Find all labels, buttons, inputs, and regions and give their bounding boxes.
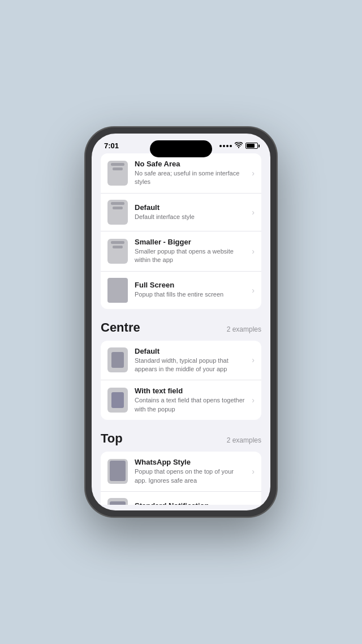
signal-icon (219, 145, 232, 147)
item-text-group: With text field Contains a text field th… (135, 387, 247, 414)
svg-point-0 (238, 147, 239, 148)
item-thumbnail (107, 388, 128, 413)
item-title: No Safe Area (135, 160, 247, 168)
battery-icon (245, 143, 258, 149)
status-time: 7:01 (104, 141, 119, 150)
wifi-icon (235, 142, 243, 149)
chevron-right-icon: › (252, 208, 255, 217)
centre-section-title: Centre (101, 320, 140, 335)
item-desc: Default interface style (135, 213, 247, 221)
item-title: WhatsApp Style (135, 458, 247, 466)
item-desc: No safe area; useful in some interface s… (135, 169, 247, 187)
item-thumbnail (107, 278, 128, 303)
item-desc: Popup that opens on the top of your app.… (135, 467, 247, 485)
item-title: Standard Notification (135, 501, 247, 505)
item-thumbnail (107, 200, 128, 225)
item-text-group: Default Standard width, typical popup th… (135, 347, 247, 374)
chevron-right-icon: › (252, 467, 255, 476)
top-section-count: 2 examples (227, 436, 261, 444)
item-thumbnail (107, 347, 128, 372)
centre-items-card: Default Standard width, typical popup th… (101, 341, 261, 420)
scroll-content[interactable]: No Safe Area No safe area; useful in som… (92, 153, 270, 505)
list-item[interactable]: Full Screen Popup that fills the entire … (101, 272, 261, 309)
chevron-right-icon: › (252, 286, 255, 295)
item-title: Default (135, 347, 247, 355)
status-icons (219, 142, 258, 149)
chevron-right-icon: › (252, 247, 255, 256)
item-title: Full Screen (135, 281, 247, 289)
item-title: Smaller - Bigger (135, 238, 247, 246)
list-item[interactable]: Default Default interface style › (101, 194, 261, 231)
list-item[interactable]: Default Standard width, typical popup th… (101, 341, 261, 381)
list-item[interactable]: Standard Notification Standard notificat… (101, 492, 261, 505)
chevron-right-icon: › (252, 355, 255, 364)
list-item[interactable]: No Safe Area No safe area; useful in som… (101, 153, 261, 194)
item-desc: Popup that fills the entire screen (135, 290, 247, 299)
item-text-group: Standard Notification Standard notificat… (135, 501, 247, 505)
item-thumbnail (107, 161, 128, 186)
item-text-group: Default Default interface style (135, 203, 247, 221)
list-item[interactable]: With text field Contains a text field th… (101, 380, 261, 420)
top-section-title: Top (101, 431, 123, 446)
top-section-header: Top 2 examples (101, 431, 261, 446)
item-thumbnail (107, 498, 128, 505)
item-desc: Contains a text field that opens togethe… (135, 396, 247, 414)
list-item[interactable]: WhatsApp Style Popup that opens on the t… (101, 452, 261, 492)
item-text-group: Full Screen Popup that fills the entire … (135, 281, 247, 299)
top-section-items-card: WhatsApp Style Popup that opens on the t… (101, 452, 261, 505)
item-text-group: Smaller - Bigger Smaller popup that open… (135, 238, 247, 265)
phone-screen: 7:01 (92, 134, 270, 510)
centre-section-header: Centre 2 examples (101, 320, 261, 335)
item-title: Default (135, 203, 247, 212)
chevron-right-icon: › (252, 169, 255, 178)
item-desc: Standard width, typical popup that appea… (135, 357, 247, 374)
centre-section-count: 2 examples (227, 325, 261, 333)
item-text-group: WhatsApp Style Popup that opens on the t… (135, 458, 247, 485)
item-title: With text field (135, 387, 247, 395)
phone-frame: 7:01 (85, 127, 277, 517)
item-thumbnail (107, 459, 128, 484)
dynamic-island (150, 140, 212, 157)
list-item[interactable]: Smaller - Bigger Smaller popup that open… (101, 231, 261, 272)
item-thumbnail (107, 239, 128, 264)
item-desc: Smaller popup that opens a website withi… (135, 247, 247, 265)
top-items-card: No Safe Area No safe area; useful in som… (101, 153, 261, 309)
chevron-right-icon: › (252, 396, 255, 405)
item-text-group: No Safe Area No safe area; useful in som… (135, 160, 247, 187)
